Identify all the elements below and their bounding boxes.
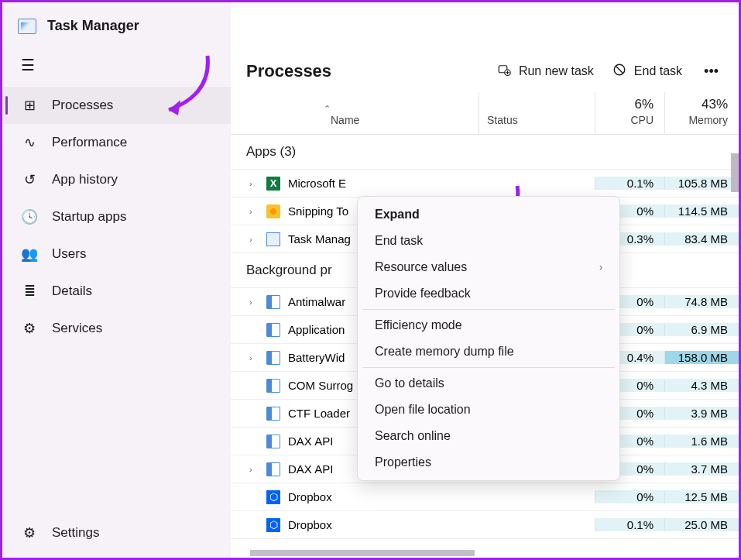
process-name: Application <box>288 323 345 336</box>
sidebar-item-label: Users <box>52 246 86 262</box>
app-logo-row: Task Manager <box>2 9 231 48</box>
process-name: Antimalwar <box>288 295 345 308</box>
sidebar-item-app-history[interactable]: ↺App history <box>2 161 231 198</box>
sidebar-item-processes[interactable]: ⊞Processes <box>2 87 231 124</box>
process-name: COM Surrog <box>288 379 353 392</box>
column-memory[interactable]: 43% Memory <box>664 92 739 134</box>
processes-icon: ⊞ <box>21 97 38 114</box>
svg-line-7 <box>616 67 623 74</box>
sidebar-item-settings[interactable]: ⚙ Settings <box>2 514 231 551</box>
process-name: Snipping To <box>288 204 348 218</box>
menu-item-label: Create memory dump file <box>375 345 514 359</box>
process-name-cell: ⬡ Dropbox <box>231 490 479 504</box>
memory-cell: 12.5 MB <box>664 490 739 503</box>
memory-cell: 6.9 MB <box>664 323 739 336</box>
menu-item-go-to-details[interactable]: Go to details <box>362 370 615 397</box>
chevron-right-icon[interactable]: › <box>249 207 259 216</box>
chevron-right-icon[interactable]: › <box>249 465 259 474</box>
gear-icon: ⚙ <box>21 524 38 541</box>
memory-cell: 25.0 MB <box>664 518 739 531</box>
app-title: Task Manager <box>47 18 139 34</box>
sidebar-item-label: Details <box>52 283 92 299</box>
cpu-cell: 0% <box>595 490 664 503</box>
memory-cell: 74.8 MB <box>664 295 739 308</box>
app-history-icon: ↺ <box>21 171 38 188</box>
menu-item-create-memory-dump-file[interactable]: Create memory dump file <box>362 338 615 365</box>
context-menu: ExpandEnd taskResource values›Provide fe… <box>357 196 620 481</box>
sidebar-item-details[interactable]: ≣Details <box>2 273 231 310</box>
table-row[interactable]: ⬡ Dropbox 0.1% 25.0 MB <box>231 511 739 539</box>
table-row[interactable]: › X Microsoft E 0.1% 105.8 MB <box>231 170 739 198</box>
menu-item-resource-values[interactable]: Resource values› <box>362 254 615 280</box>
hamburger-icon: ☰ <box>21 57 35 74</box>
menu-item-label: Open file location <box>375 403 471 417</box>
process-name: CTF Loader <box>288 407 350 420</box>
memory-cell: 114.5 MB <box>664 204 739 218</box>
chevron-right-icon[interactable]: › <box>249 297 259 307</box>
menu-item-label: End task <box>375 234 423 248</box>
run-new-task-button[interactable]: Run new task <box>497 63 594 80</box>
more-icon: ••• <box>704 64 719 80</box>
chevron-right-icon[interactable]: › <box>249 353 259 362</box>
column-cpu[interactable]: 6% CPU <box>595 92 664 134</box>
content-header: Processes Run new task End task ••• <box>231 46 739 92</box>
menu-item-end-task[interactable]: End task <box>362 228 615 254</box>
sidebar-item-label: Performance <box>52 135 127 150</box>
menu-item-properties[interactable]: Properties <box>362 449 615 476</box>
task-manager-icon <box>18 19 36 34</box>
more-options-button[interactable]: ••• <box>701 64 722 80</box>
hamburger-button[interactable]: ☰ <box>2 48 231 87</box>
process-name: Task Manag <box>288 232 351 246</box>
menu-item-provide-feedback[interactable]: Provide feedback <box>362 280 615 307</box>
column-name[interactable]: ⌃ Name <box>231 92 479 134</box>
memory-cell: 105.8 MB <box>664 177 739 190</box>
sidebar-item-services[interactable]: ⚙Services <box>2 310 231 347</box>
memory-cell: 158.0 MB <box>664 351 739 364</box>
memory-cell: 4.3 MB <box>664 379 739 392</box>
memory-cell: 3.7 MB <box>664 462 739 476</box>
chevron-right-icon[interactable]: › <box>249 235 259 244</box>
sidebar-item-label: Processes <box>52 98 113 113</box>
chevron-right-icon: › <box>599 262 602 273</box>
sidebar-item-startup-apps[interactable]: 🕓Startup apps <box>2 198 231 235</box>
menu-item-efficiency-mode[interactable]: Efficiency mode <box>362 312 615 338</box>
menu-item-label: Efficiency mode <box>375 318 462 332</box>
process-name: DAX API <box>288 435 333 448</box>
menu-item-search-online[interactable]: Search online <box>362 423 615 449</box>
column-headers: ⌃ Name Status 6% CPU 43% Memory <box>231 92 739 135</box>
process-name-cell: ⬡ Dropbox <box>231 518 479 532</box>
details-icon: ≣ <box>21 283 38 300</box>
services-icon: ⚙ <box>21 320 38 337</box>
sidebar: Task Manager ☰ ⊞Processes∿Performance↺Ap… <box>2 2 231 558</box>
column-status[interactable]: Status <box>479 92 595 134</box>
menu-separator <box>362 309 615 310</box>
menu-item-label: Resource values <box>375 260 467 274</box>
memory-cell: 83.4 MB <box>664 232 739 246</box>
sidebar-item-label: App history <box>52 172 118 187</box>
sidebar-item-performance[interactable]: ∿Performance <box>2 124 231 161</box>
menu-item-label: Search online <box>375 429 451 443</box>
sidebar-item-label: Settings <box>52 525 99 541</box>
chevron-right-icon[interactable]: › <box>249 179 259 188</box>
menu-item-open-file-location[interactable]: Open file location <box>362 397 615 423</box>
menu-item-expand[interactable]: Expand <box>362 201 615 228</box>
menu-item-label: Go to details <box>375 376 444 390</box>
performance-icon: ∿ <box>21 134 38 151</box>
vertical-scrollbar[interactable] <box>731 153 739 192</box>
menu-separator <box>362 367 615 368</box>
memory-cell: 1.6 MB <box>664 435 739 448</box>
users-icon: 👥 <box>21 246 38 263</box>
table-row[interactable]: ⬡ Dropbox 0% 12.5 MB <box>231 483 739 511</box>
startup-apps-icon: 🕓 <box>21 208 38 225</box>
process-name-cell: › X Microsoft E <box>231 177 479 191</box>
sidebar-item-users[interactable]: 👥Users <box>2 235 231 273</box>
process-name: DAX API <box>288 462 333 476</box>
run-new-task-label: Run new task <box>519 64 594 78</box>
memory-cell: 3.9 MB <box>664 407 739 420</box>
sidebar-item-label: Services <box>52 321 102 336</box>
menu-item-label: Expand <box>375 208 420 222</box>
process-name: Microsoft E <box>288 177 346 190</box>
horizontal-scrollbar[interactable] <box>250 550 475 556</box>
end-task-button[interactable]: End task <box>612 63 682 80</box>
process-name: BatteryWid <box>288 351 345 364</box>
